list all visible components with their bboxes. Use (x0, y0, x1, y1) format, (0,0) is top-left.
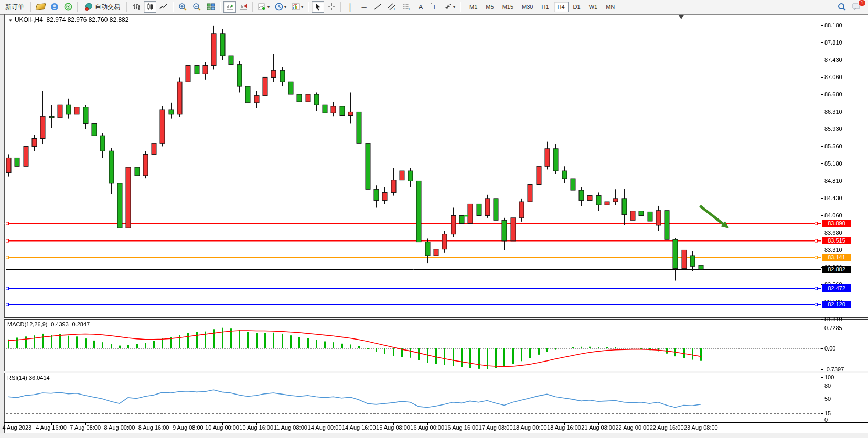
zoom-in-icon (178, 3, 187, 12)
tile-windows-icon (207, 3, 215, 11)
mt4-window: 新订单 自动交易 (0, 0, 868, 438)
timeframe-m15[interactable]: M15 (499, 2, 517, 12)
search-magnifier-icon (838, 3, 846, 12)
crosshair-icon (327, 3, 336, 11)
templates-caret-icon: ▾ (301, 5, 303, 9)
chart-shift-button[interactable] (237, 1, 250, 13)
indicators-caret-icon: ▾ (267, 5, 270, 9)
equidistant-channel-icon: E (387, 3, 397, 11)
line-chart-button[interactable] (157, 1, 170, 13)
arrows-button[interactable]: ▾ (442, 1, 457, 13)
arrows-caret-icon: ▾ (453, 5, 455, 9)
autotrading-button[interactable]: 自动交易 (81, 1, 124, 13)
chart-shift-icon (239, 3, 248, 11)
new-order-label: 新订单 (5, 3, 24, 12)
toolbar-separator (460, 2, 461, 12)
toolbar-separator (220, 2, 221, 12)
auto-scroll-icon (226, 3, 234, 11)
gold-button[interactable] (34, 1, 47, 13)
zoom-in-button[interactable] (176, 1, 189, 13)
periods-clock-icon (275, 3, 283, 11)
text-button[interactable]: A (414, 1, 427, 13)
toolbar: 新订单 自动交易 (0, 0, 868, 14)
timeframe-h4[interactable]: H4 (554, 2, 569, 12)
text-label-icon: T (431, 3, 438, 10)
toolbar-separator (252, 2, 253, 12)
trendline-button[interactable] (371, 1, 384, 13)
toolbar-separator (340, 2, 341, 12)
price-chart-canvas[interactable] (0, 0, 868, 438)
timeframe-mn[interactable]: MN (602, 2, 618, 12)
fibonacci-icon: F (402, 3, 411, 11)
notification-badge: 1 (858, 0, 866, 6)
toolbar-separator (126, 2, 127, 12)
toolbar-separator (308, 2, 309, 12)
horizontal-line-button[interactable]: ─ (358, 1, 370, 13)
timeframe-buttons: M1M5M15M30H1H4D1W1MN (465, 2, 619, 12)
indicators-icon (258, 3, 266, 11)
indicators-button[interactable]: ▾ (256, 1, 272, 13)
cursor-arrow-icon (314, 3, 322, 11)
toolbar-separator (173, 2, 174, 12)
timeframe-m5[interactable]: M5 (482, 2, 497, 12)
equidistant-channel-button[interactable]: E (385, 1, 399, 13)
community-icon (50, 3, 59, 11)
periods-caret-icon: ▾ (284, 5, 286, 9)
toolbar-right: 1 (835, 1, 864, 13)
arrows-icon (444, 3, 452, 11)
tile-windows-button[interactable] (205, 1, 217, 13)
periods-button[interactable]: ▾ (273, 1, 288, 13)
zoom-out-icon (192, 3, 201, 12)
search-button[interactable] (835, 1, 849, 13)
candlestick-icon (146, 3, 154, 11)
timeframe-m1[interactable]: M1 (466, 2, 481, 12)
notifications-button[interactable]: 1 (850, 1, 863, 13)
timeframe-h1[interactable]: H1 (538, 2, 552, 12)
text-icon: A (419, 3, 423, 11)
toolbar-separator (77, 2, 78, 12)
line-chart-icon (159, 3, 168, 11)
vertical-line-icon: │ (348, 3, 352, 11)
zoom-out-button[interactable] (190, 1, 203, 13)
timeframe-d1[interactable]: D1 (570, 2, 584, 12)
new-order-button[interactable]: 新订单 (2, 1, 28, 13)
timeframe-m30[interactable]: M30 (518, 2, 537, 12)
templates-button[interactable]: ▾ (290, 1, 305, 13)
signals-icon (64, 3, 72, 11)
ohlc-bars-icon (132, 3, 141, 11)
svg-text:E: E (394, 7, 397, 11)
gold-badge-icon (35, 3, 46, 10)
horizontal-line-icon: ─ (361, 3, 366, 11)
trendline-icon (373, 3, 382, 11)
svg-text:F: F (409, 7, 411, 11)
ohlc-bars-button[interactable] (130, 1, 143, 13)
text-label-button[interactable]: T (428, 1, 441, 13)
fibonacci-button[interactable]: F (400, 1, 413, 13)
autotrading-label: 自动交易 (95, 3, 120, 12)
candlestick-button[interactable] (144, 1, 156, 13)
cursor-button[interactable] (312, 1, 324, 13)
auto-scroll-button[interactable] (223, 1, 236, 13)
toolbar-separator (30, 2, 31, 12)
templates-icon (292, 3, 300, 11)
crosshair-button[interactable] (325, 1, 338, 13)
signals-button[interactable] (62, 1, 74, 13)
timeframe-w1[interactable]: W1 (585, 2, 602, 12)
community-button[interactable] (48, 1, 61, 13)
vertical-line-button[interactable]: │ (344, 1, 357, 13)
autotrading-robot-icon (84, 3, 93, 11)
